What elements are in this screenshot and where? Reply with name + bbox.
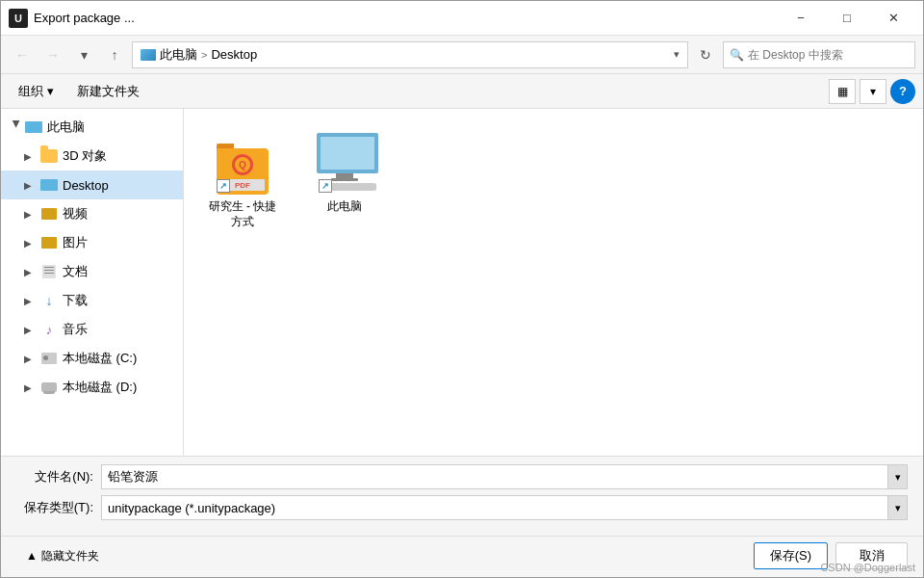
toolbar: 组织 ▾ 新建文件夹 ▦ ▾ ? — [1, 74, 923, 109]
sidebar-item-downloads[interactable]: ▶ ↓ 下载 — [1, 286, 183, 315]
video-icon — [39, 206, 59, 222]
bottom-bar: 文件名(N): 铅笔资源 ▾ 保存类型(T): unitypackage (*.… — [1, 456, 923, 536]
sidebar-item-3d[interactable]: ▶ 3D 对象 — [1, 142, 183, 171]
close-button[interactable]: ✕ — [871, 4, 915, 33]
sidebar-item-pictures[interactable]: ▶ 图片 — [1, 228, 183, 257]
file-name-value: 铅笔资源 — [108, 468, 887, 486]
drive-d-icon — [39, 380, 59, 395]
maximize-button[interactable]: □ — [825, 4, 869, 33]
sidebar-item-music[interactable]: ▶ ♪ 音乐 — [1, 315, 183, 344]
expand-arrow-music: ▶ — [24, 325, 39, 335]
sidebar-item-documents[interactable]: ▶ 文档 — [1, 257, 183, 286]
search-box: 🔍 — [723, 41, 915, 68]
forward-button[interactable]: → — [39, 41, 66, 68]
sidebar-item-drive-c[interactable]: ▶ 本地磁盘 (C:) — [1, 344, 183, 373]
sidebar-item-video[interactable]: ▶ 视频 — [1, 199, 183, 228]
expand-arrow-pictures: ▶ — [24, 238, 39, 249]
sidebar-item-computer[interactable]: ▶ 此电脑 — [1, 113, 183, 142]
computer-icon-wrapper: ↗ — [314, 132, 375, 194]
expand-arrow-documents: ▶ — [24, 267, 39, 277]
3d-folder-icon — [39, 148, 59, 164]
file-name-field[interactable]: 铅笔资源 ▾ — [101, 464, 908, 489]
dialog-title: Export package ... — [34, 11, 779, 25]
pictures-icon — [39, 235, 59, 250]
new-folder-button[interactable]: 新建文件夹 — [67, 79, 149, 104]
main-content: ▶ 此电脑 ▶ 3D 对象 ▶ Desktop — [1, 109, 923, 456]
file-name-label: 文件名(N): — [16, 468, 93, 486]
organize-button[interactable]: 组织 ▾ — [9, 79, 64, 104]
path-computer-icon — [141, 49, 156, 61]
address-path[interactable]: 此电脑 > Desktop ▾ — [132, 41, 688, 68]
music-icon: ♪ — [39, 322, 59, 337]
desktop-folder-icon — [39, 177, 59, 193]
file-name-dropdown[interactable]: ▾ — [887, 465, 907, 488]
expand-arrow-c: ▶ — [24, 354, 39, 364]
window-controls: − □ ✕ — [779, 4, 915, 33]
view-button[interactable]: ▦ — [829, 79, 856, 104]
pdf-shortcut-icon-wrapper: Q PDF ↗ — [212, 132, 273, 194]
hide-folders-button[interactable]: ▲ 隐藏文件夹 — [16, 543, 109, 568]
file-type-select[interactable]: unitypackage (*.unitypackage) ▾ — [101, 495, 908, 520]
dropdown-button[interactable]: ▾ — [70, 41, 97, 68]
expand-arrow-video: ▶ — [24, 209, 39, 220]
back-button[interactable]: ← — [9, 41, 36, 68]
expand-arrow-desktop: ▶ — [24, 180, 39, 191]
file-type-label: 保存类型(T): — [16, 499, 93, 516]
documents-icon — [39, 264, 59, 279]
view-dropdown-button[interactable]: ▾ — [860, 79, 886, 104]
search-icon: 🔍 — [730, 48, 744, 62]
expand-arrow-computer: ▶ — [12, 119, 22, 135]
computer-icon-small — [24, 119, 43, 135]
refresh-button[interactable]: ↻ — [692, 41, 719, 68]
export-package-dialog: U Export package ... − □ ✕ ← → ▾ ↑ 此电脑 >… — [0, 0, 924, 578]
list-item[interactable]: Q PDF ↗ 研究生 - 快捷方式 — [199, 124, 286, 237]
action-buttons: 保存(S) 取消 — [754, 542, 908, 569]
save-button[interactable]: 保存(S) — [754, 542, 828, 569]
address-bar: ← → ▾ ↑ 此电脑 > Desktop ▾ ↻ 🔍 — [1, 36, 923, 74]
sidebar: ▶ 此电脑 ▶ 3D 对象 ▶ Desktop — [1, 109, 184, 456]
path-segment-computer: 此电脑 — [160, 46, 197, 64]
file-type-row: 保存类型(T): unitypackage (*.unitypackage) ▾ — [16, 495, 908, 520]
toolbar-right: ▦ ▾ ? — [829, 79, 915, 104]
drive-c-icon — [39, 351, 59, 366]
hide-folders-arrow: ▲ — [26, 549, 38, 563]
expand-arrow-d: ▶ — [24, 382, 39, 393]
file-name-row: 文件名(N): 铅笔资源 ▾ — [16, 464, 908, 489]
path-separator-1: > — [201, 49, 207, 61]
sidebar-item-desktop[interactable]: ▶ Desktop — [1, 171, 183, 199]
list-item[interactable]: ↗ 此电脑 — [301, 124, 388, 237]
organize-dropdown-icon: ▾ — [47, 84, 54, 98]
title-bar: U Export package ... − □ ✕ — [1, 1, 923, 36]
sidebar-item-drive-d[interactable]: ▶ 本地磁盘 (D:) — [1, 373, 183, 402]
file-type-value: unitypackage (*.unitypackage) — [108, 501, 887, 515]
file-area: Q PDF ↗ 研究生 - 快捷方式 — [184, 109, 923, 456]
search-input[interactable] — [748, 48, 909, 62]
downloads-icon: ↓ — [39, 293, 59, 308]
up-button[interactable]: ↑ — [101, 41, 128, 68]
expand-arrow-3d: ▶ — [24, 151, 39, 162]
help-button[interactable]: ? — [890, 79, 915, 104]
app-icon: U — [9, 9, 28, 28]
path-segment-desktop: Desktop — [211, 47, 257, 62]
cancel-button[interactable]: 取消 — [835, 542, 908, 569]
minimize-button[interactable]: − — [779, 4, 823, 33]
action-bar: ▲ 隐藏文件夹 保存(S) 取消 — [1, 536, 923, 577]
path-dropdown-icon[interactable]: ▾ — [674, 48, 680, 61]
expand-arrow-downloads: ▶ — [24, 296, 39, 306]
file-type-dropdown[interactable]: ▾ — [887, 496, 907, 519]
